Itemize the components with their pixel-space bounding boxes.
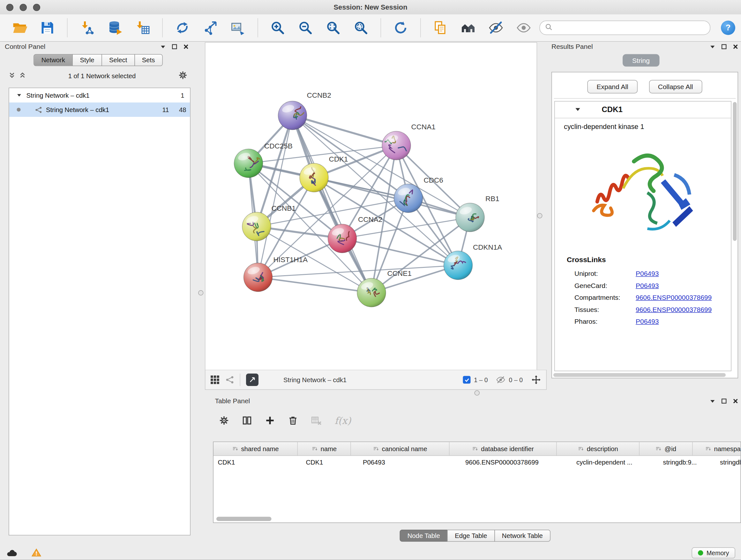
- crosslink-value[interactable]: P06493: [636, 281, 659, 289]
- crosslink-value[interactable]: 9606.ENSP00000378699: [636, 305, 712, 313]
- float-panel-icon[interactable]: [722, 44, 727, 49]
- column-header-description[interactable]: description: [557, 442, 640, 455]
- network-node-CCNE1[interactable]: CCNE1: [357, 269, 412, 307]
- crosslink-value[interactable]: 9606.ENSP00000378699: [636, 294, 712, 301]
- grid-view-icon[interactable]: [210, 375, 220, 385]
- zoom-fit-icon[interactable]: [325, 20, 341, 36]
- expand-all-icon[interactable]: [19, 72, 26, 80]
- delete-column-icon[interactable]: [288, 415, 298, 426]
- network-graph[interactable]: CCNB2CCNA1CDC25BCDK1CDC6RB1CCNB1CCNA2CDK…: [205, 43, 536, 369]
- duplicate-document-icon[interactable]: [432, 20, 449, 36]
- hidden-eye-icon[interactable]: [496, 375, 506, 385]
- node-label: CCNE1: [387, 269, 412, 277]
- import-table-file-icon[interactable]: [135, 20, 151, 36]
- float-panel-icon[interactable]: [172, 44, 178, 49]
- export-image-icon[interactable]: [230, 20, 246, 36]
- close-panel-icon[interactable]: [184, 44, 189, 49]
- node-label: RB1: [485, 195, 499, 203]
- table-hscroll-thumb[interactable]: [216, 517, 272, 521]
- neighborhood-icon[interactable]: [460, 20, 476, 36]
- tab-style[interactable]: Style: [72, 54, 102, 66]
- panel-menu-icon[interactable]: [710, 398, 716, 403]
- column-header-name[interactable]: name: [298, 442, 351, 455]
- crosslink-row: Uniprot:P06493: [555, 267, 731, 279]
- network-tools-icon[interactable]: [174, 20, 191, 36]
- export-network-icon[interactable]: [202, 20, 218, 36]
- tab-sets[interactable]: Sets: [134, 54, 163, 66]
- search-box[interactable]: [540, 21, 711, 35]
- results-vscroll-thumb[interactable]: [733, 102, 737, 241]
- network-row[interactable]: String Network – cdk1 11 48: [9, 103, 190, 117]
- tab-node-table[interactable]: Node Table: [400, 530, 448, 542]
- close-window-button[interactable]: [6, 4, 14, 11]
- expander-icon[interactable]: [17, 93, 22, 98]
- collapse-all-button[interactable]: Collapse All: [649, 80, 702, 94]
- tab-select[interactable]: Select: [102, 54, 135, 66]
- delete-table-icon: [311, 415, 322, 426]
- import-network-file-icon[interactable]: [79, 20, 95, 36]
- title-bar: Session: New Session: [0, 0, 741, 15]
- splitter-handle[interactable]: [537, 213, 542, 219]
- pan-icon[interactable]: [531, 374, 542, 385]
- tab-network[interactable]: Network: [34, 54, 73, 66]
- crosslink-value[interactable]: P06493: [636, 317, 659, 325]
- zoom-out-icon[interactable]: [297, 20, 314, 36]
- network-node-HIST1H1A[interactable]: HIST1H1A: [244, 256, 308, 292]
- tab-network-table[interactable]: Network Table: [494, 530, 550, 542]
- network-node-CDKN1A[interactable]: CDKN1A: [444, 243, 502, 280]
- network-overview-icon[interactable]: [226, 375, 234, 384]
- crosslink-value[interactable]: P06493: [636, 269, 659, 277]
- column-header-shared-name[interactable]: shared name: [213, 442, 298, 455]
- results-hscroll-thumb[interactable]: [553, 373, 726, 377]
- table-settings-gear-icon[interactable]: [219, 415, 229, 426]
- close-panel-icon[interactable]: [733, 44, 738, 49]
- detach-view-button[interactable]: [246, 374, 259, 386]
- open-file-icon[interactable]: [11, 20, 28, 36]
- zoom-window-button[interactable]: [33, 4, 41, 11]
- table-tabs: Node TableEdge TableNetwork Table: [209, 530, 741, 542]
- panel-menu-icon[interactable]: [160, 44, 166, 49]
- search-input[interactable]: [556, 23, 705, 32]
- show-all-icon[interactable]: [516, 20, 532, 36]
- column-header-canonical-name[interactable]: canonical name: [351, 442, 450, 455]
- hidden-counts: 0 – 0: [509, 376, 523, 383]
- zoom-selected-icon[interactable]: [353, 20, 369, 36]
- network-collection-row[interactable]: String Network – cdk1 1: [9, 88, 190, 103]
- splitter-handle[interactable]: [198, 290, 204, 296]
- node-entry-header[interactable]: CDK1: [555, 102, 731, 118]
- refresh-icon[interactable]: [393, 20, 409, 36]
- close-panel-icon[interactable]: [733, 398, 738, 403]
- save-session-icon[interactable]: [39, 20, 56, 36]
- warning-icon[interactable]: [31, 548, 42, 558]
- import-network-database-icon[interactable]: [107, 20, 123, 36]
- tab-string[interactable]: String: [623, 54, 659, 67]
- zoom-in-icon[interactable]: [270, 20, 286, 36]
- collapse-all-icon[interactable]: [9, 72, 15, 80]
- splitter-handle[interactable]: [475, 390, 480, 396]
- network-node-CCNB1[interactable]: CCNB1: [242, 204, 296, 241]
- minimize-window-button[interactable]: [20, 4, 27, 11]
- network-node-CCNA1[interactable]: CCNA1: [382, 123, 435, 160]
- tab-edge-table[interactable]: Edge Table: [447, 530, 495, 542]
- show-columns-icon[interactable]: [242, 415, 253, 426]
- float-panel-icon[interactable]: [722, 398, 727, 403]
- control-panel: Control Panel NetworkStyleSelectSets 1 o…: [5, 41, 192, 537]
- collapse-entry-icon[interactable]: [575, 106, 581, 113]
- network-view-canvas[interactable]: CCNB2CCNA1CDC25BCDK1CDC6RB1CCNB1CCNA2CDK…: [205, 42, 537, 371]
- column-header-namespace[interactable]: namespace: [693, 442, 741, 455]
- column-header-database-identifier[interactable]: database identifier: [450, 442, 557, 455]
- network-node-RB1[interactable]: RB1: [456, 195, 499, 232]
- add-column-icon[interactable]: [265, 415, 275, 426]
- selected-checkbox-icon[interactable]: [463, 376, 471, 384]
- table-row[interactable]: CDK1CDK1P064939606.ENSP00000378699cyclin…: [213, 456, 741, 469]
- column-header--id[interactable]: @id: [639, 442, 693, 455]
- toolbar-separator: [381, 18, 381, 37]
- cloud-icon[interactable]: [6, 548, 18, 558]
- panel-menu-icon[interactable]: [710, 44, 716, 49]
- memory-button[interactable]: Memory: [692, 547, 735, 558]
- help-button[interactable]: ?: [721, 21, 735, 35]
- memory-status-dot: [698, 550, 703, 556]
- network-options-gear-icon[interactable]: [178, 71, 188, 82]
- hide-unselected-icon[interactable]: [488, 20, 504, 36]
- expand-all-button[interactable]: Expand All: [588, 80, 637, 94]
